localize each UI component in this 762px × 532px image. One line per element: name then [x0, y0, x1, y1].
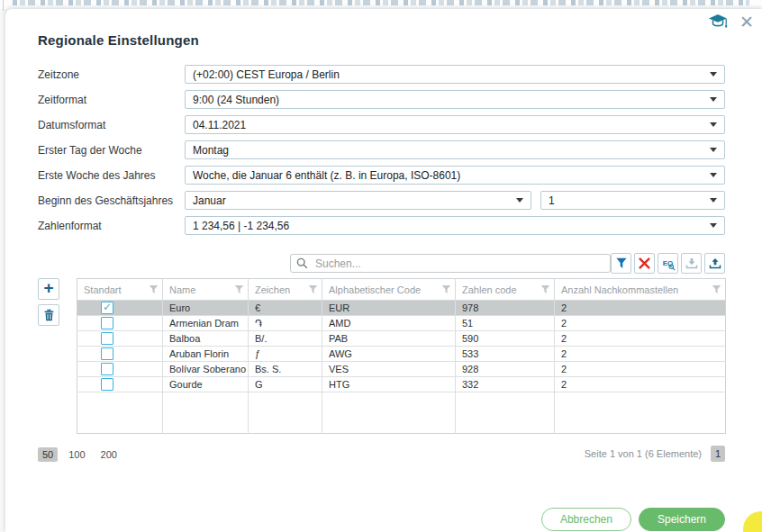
table-cell: Balboa — [163, 331, 249, 347]
pagination-info: Seite 1 von 1 (6 Elemente) — [585, 448, 702, 459]
import-button[interactable] — [681, 253, 702, 274]
table-header-row: Standart Name Zeichen Alphabetischer Cod… — [77, 279, 726, 301]
column-filter-icon[interactable] — [540, 284, 550, 294]
empty-cell — [163, 392, 249, 434]
table-cell: Bolívar Soberano — [163, 362, 249, 377]
dialog-footer: Abbrechen Speichern — [38, 508, 725, 531]
field-select[interactable]: 1 234,56 | -1 234,56 — [185, 216, 725, 235]
empty-cell — [555, 392, 726, 434]
table-cell: Armenian Dram — [163, 316, 249, 331]
table-cell: PAB — [322, 331, 456, 347]
table-row[interactable]: Euro€EUR9782 — [77, 301, 726, 316]
standard-cell — [77, 316, 163, 331]
filter-builder-button[interactable]: EQ — [658, 253, 678, 274]
default-checkbox[interactable] — [101, 378, 113, 391]
export-button[interactable] — [704, 253, 725, 274]
table-cell: 2 — [555, 362, 726, 377]
table-cell: 51 — [456, 316, 555, 331]
empty-cell — [77, 392, 163, 434]
table-row[interactable]: Armenian Dram֏AMD512 — [77, 316, 726, 331]
form-field-row: Erste Woche des Jahres Woche, die Januar… — [38, 166, 725, 185]
column-header-label: Anzahl Nachkommastellen — [561, 284, 678, 295]
chevron-down-icon — [710, 148, 717, 152]
column-header[interactable]: Standart — [77, 279, 163, 301]
form-field-row: Erster Tag der Woche Montag — [38, 140, 725, 159]
background-page-strip — [0, 0, 762, 9]
column-filter-icon[interactable] — [441, 284, 451, 294]
default-checkbox[interactable] — [101, 347, 113, 360]
currency-table: Standart Name Zeichen Alphabetischer Cod… — [77, 278, 726, 434]
column-header[interactable]: Name — [163, 279, 249, 301]
column-header-label: Name — [169, 284, 195, 295]
column-header[interactable]: Anzahl Nachkommastellen — [555, 279, 726, 301]
field-label: Erster Tag der Woche — [38, 144, 185, 157]
cancel-button[interactable]: Abbrechen — [541, 508, 631, 531]
field-value-secondary: 1 — [549, 194, 703, 207]
grid-toolbar: EQ — [38, 253, 725, 274]
standard-cell — [77, 331, 163, 347]
save-button[interactable]: Speichern — [639, 508, 725, 531]
column-filter-icon[interactable] — [149, 284, 159, 294]
table-cell: ֏ — [249, 316, 322, 331]
magnifier-icon — [668, 264, 676, 271]
field-select[interactable]: 04.11.2021 — [185, 115, 725, 134]
table-cell: € — [249, 301, 322, 316]
table-cell: AMD — [322, 316, 456, 331]
page-size-button[interactable]: 100 — [64, 447, 89, 462]
table-cell: HTG — [322, 377, 456, 392]
column-filter-icon[interactable] — [308, 284, 318, 294]
table-row[interactable]: Aruban FlorinƒAWG5332 — [77, 347, 726, 362]
column-header[interactable]: Alphabetischer Code — [322, 279, 456, 301]
chevron-down-icon — [710, 223, 717, 228]
clear-filter-button[interactable] — [634, 253, 655, 274]
field-value: (+02:00) CEST Europa / Berlin — [193, 68, 703, 81]
page-size-button[interactable]: 50 — [38, 447, 58, 462]
close-dialog-button[interactable]: ✕ — [739, 14, 754, 31]
page-size-button[interactable]: 200 — [96, 447, 122, 462]
delete-currency-button[interactable] — [38, 304, 59, 326]
column-filter-icon[interactable] — [234, 284, 244, 294]
field-select[interactable]: Woche, die Januar 6 enthält (z. B. in Eu… — [185, 166, 725, 185]
column-filter-icon[interactable] — [712, 284, 721, 294]
table-row[interactable]: GourdeGHTG3322 — [77, 377, 726, 392]
add-currency-button[interactable]: + — [38, 278, 59, 300]
search-box — [290, 254, 611, 273]
pagination-bar: 50100200 Seite 1 von 1 (6 Elemente) 1 — [38, 446, 725, 462]
search-input[interactable] — [313, 257, 604, 271]
table-cell: B/. — [249, 331, 322, 347]
default-checkbox[interactable] — [101, 332, 113, 345]
column-header[interactable]: Zeichen — [249, 279, 322, 301]
page-number-button[interactable]: 1 — [711, 446, 725, 462]
table-row[interactable]: Bolívar SoberanoBs. S.VES9282 — [77, 362, 726, 377]
column-header[interactable]: Zahlen code — [456, 279, 555, 301]
field-select[interactable]: Montag — [185, 140, 725, 159]
close-icon: ✕ — [739, 14, 754, 31]
default-checkbox[interactable] — [101, 317, 113, 329]
trash-icon — [43, 309, 55, 321]
search-icon — [296, 257, 308, 269]
field-label: Zahlenformat — [38, 220, 185, 232]
empty-filler-row — [77, 392, 726, 434]
field-select[interactable]: (+02:00) CEST Europa / Berlin — [185, 65, 725, 84]
field-label: Erste Woche des Jahres — [38, 169, 185, 182]
export-upload-icon — [709, 257, 721, 269]
default-checkbox[interactable] — [101, 363, 113, 375]
field-select[interactable]: Januar — [185, 191, 531, 210]
background-page-edge — [3, 0, 4, 11]
column-header-label: Zahlen code — [462, 284, 517, 295]
table-row[interactable]: BalboaB/.PAB5902 — [77, 331, 726, 347]
default-checkbox[interactable] — [101, 302, 113, 314]
empty-cell — [456, 392, 555, 434]
clipped-background-text — [13, 0, 749, 5]
table-cell: Aruban Florin — [163, 347, 249, 362]
filter-button[interactable] — [611, 253, 631, 274]
chevron-down-icon — [710, 72, 717, 77]
field-select[interactable]: 9:00 (24 Stunden) — [185, 90, 725, 109]
field-select-secondary[interactable]: 1 — [540, 191, 725, 210]
dialog-title: Regionale Einstellungen — [38, 32, 725, 48]
table-cell: 2 — [555, 331, 726, 347]
help-academy-icon[interactable] — [708, 14, 730, 31]
table-cell: 2 — [555, 316, 726, 331]
table-cell: G — [249, 377, 322, 392]
clear-filter-icon — [639, 257, 650, 269]
